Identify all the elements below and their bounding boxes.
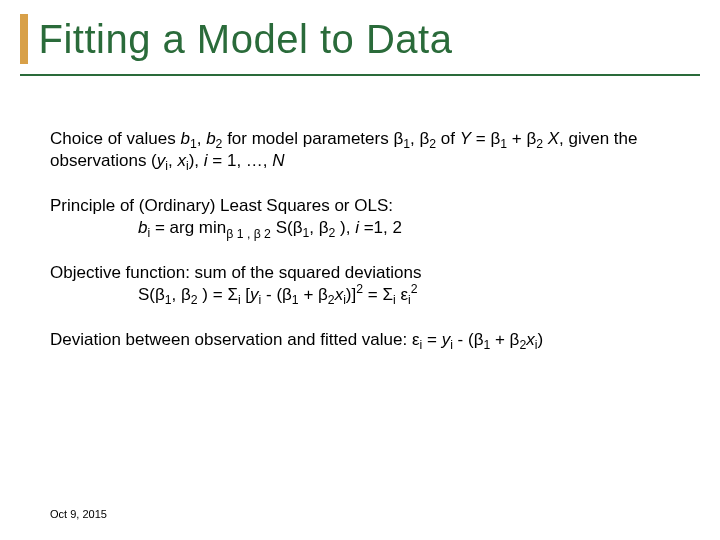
t: ), bbox=[189, 151, 204, 170]
t: x bbox=[177, 151, 186, 170]
t: = Σ bbox=[363, 285, 393, 304]
para-ols: Principle of (Ordinary) Least Squares or… bbox=[50, 195, 670, 240]
t: X bbox=[548, 129, 559, 148]
t: [ bbox=[241, 285, 250, 304]
t: x bbox=[335, 285, 344, 304]
slide-title: Fitting a Model to Data bbox=[38, 17, 452, 62]
objective-formula: S(β1, β2 ) = Σi [yi - (β1 + β2xi)]2 = Σi… bbox=[138, 284, 670, 306]
slide: Fitting a Model to Data Choice of values… bbox=[0, 0, 720, 540]
para-deviation: Deviation between observation and fitted… bbox=[50, 329, 670, 351]
t: 2 bbox=[328, 294, 335, 308]
t: ) = Σ bbox=[198, 285, 238, 304]
t: Deviation between observation and fitted… bbox=[50, 330, 420, 349]
title-accent-bar bbox=[20, 14, 28, 64]
t: + β bbox=[507, 129, 536, 148]
t: = 1, …, bbox=[208, 151, 273, 170]
t: )] bbox=[346, 285, 356, 304]
t: x bbox=[526, 330, 535, 349]
footer-date: Oct 9, 2015 bbox=[50, 508, 107, 520]
t: 2 bbox=[411, 283, 418, 297]
t: S(β bbox=[138, 285, 165, 304]
t: 2 bbox=[536, 137, 543, 151]
title-underline bbox=[20, 74, 700, 76]
t: b bbox=[206, 129, 215, 148]
t: β 1 , β 2 bbox=[226, 227, 271, 241]
t: = arg min bbox=[150, 218, 226, 237]
t: + β bbox=[299, 285, 328, 304]
t: = β bbox=[471, 129, 500, 148]
t: Principle of (Ordinary) Least Squares or… bbox=[50, 196, 393, 215]
t: , β bbox=[410, 129, 429, 148]
t: ε bbox=[396, 285, 408, 304]
t: N bbox=[272, 151, 284, 170]
t: + β bbox=[490, 330, 519, 349]
t: ), bbox=[335, 218, 355, 237]
t: Choice of values bbox=[50, 129, 180, 148]
t: - (β bbox=[453, 330, 484, 349]
t: b bbox=[180, 129, 189, 148]
t: Y bbox=[460, 129, 471, 148]
t: = bbox=[422, 330, 441, 349]
t: 1 bbox=[403, 137, 410, 151]
para-choice: Choice of values b1, b2 for model parame… bbox=[50, 128, 670, 173]
ols-formula: bi = arg minβ 1 , β 2 S(β1, β2 ), i =1, … bbox=[138, 217, 670, 239]
t: y bbox=[157, 151, 166, 170]
t: for model parameters β bbox=[222, 129, 403, 148]
t: - (β bbox=[261, 285, 292, 304]
t: ) bbox=[537, 330, 543, 349]
t: =1, 2 bbox=[359, 218, 402, 237]
t: 2 bbox=[191, 294, 198, 308]
t: , β bbox=[309, 218, 328, 237]
t: 1 bbox=[190, 137, 197, 151]
t: 1 bbox=[292, 294, 299, 308]
t: 1 bbox=[500, 137, 507, 151]
slide-body: Choice of values b1, b2 for model parame… bbox=[50, 128, 670, 373]
t: 1 bbox=[165, 294, 172, 308]
t: S(β bbox=[271, 218, 303, 237]
para-objective: Objective function: sum of the squared d… bbox=[50, 262, 670, 307]
t: of bbox=[436, 129, 460, 148]
t: Objective function: sum of the squared d… bbox=[50, 263, 421, 282]
t: , β bbox=[172, 285, 191, 304]
t: , bbox=[197, 129, 206, 148]
t: y bbox=[442, 330, 451, 349]
t: y bbox=[250, 285, 259, 304]
title-block: Fitting a Model to Data bbox=[20, 14, 452, 64]
